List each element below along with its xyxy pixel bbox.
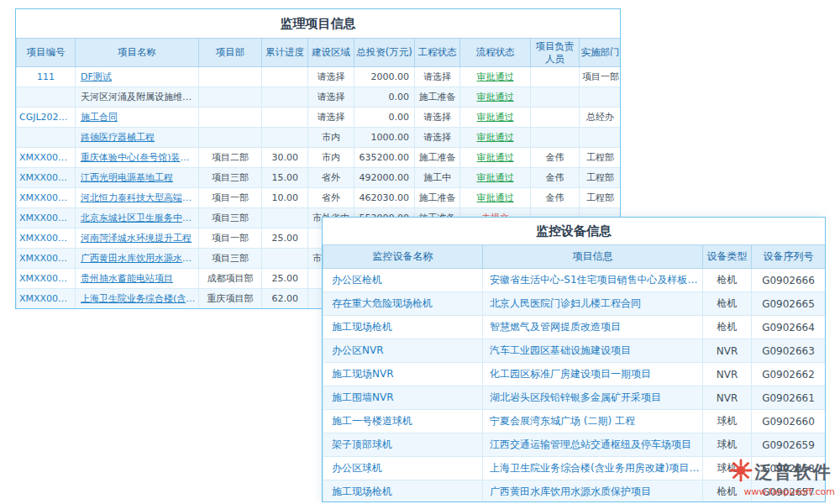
cell-link[interactable]: XMXX00021 [17, 228, 76, 249]
project-window-title: 监理项目信息 [16, 9, 620, 38]
cell-text: 15.00 [262, 168, 308, 188]
cell-text [17, 128, 76, 148]
cell-link[interactable]: 办公区枪机 [323, 269, 483, 292]
table-row: XMXX00025重庆体验中心(叁号馆)装修工程项目二部30.00市内63520… [17, 148, 622, 168]
cell-text: 10.00 [262, 188, 308, 208]
cell-link[interactable]: 施工现场枪机 [323, 316, 483, 339]
cell-text: G0902661 [752, 386, 826, 410]
project_table-column-header-1: 项目名称 [76, 39, 199, 67]
cell-text: 重庆项目部 [199, 289, 262, 309]
cell-link[interactable]: 广西黄田水库饮用水源水质保护项目 [483, 480, 703, 503]
cell-link[interactable]: CGJL202311... [17, 108, 76, 128]
cell-text: 2000.00 [354, 67, 415, 87]
cell-link[interactable]: 存在重大危险现场枪机 [323, 292, 483, 316]
cell-link[interactable]: XMXX00019 [17, 269, 76, 289]
cell-text: NVR [703, 386, 752, 410]
cell-link[interactable]: 111 [17, 67, 76, 87]
cell-text: NVR [703, 363, 752, 386]
cell-link[interactable]: 北京东城社区卫生服务中心建设项... [76, 208, 199, 228]
cell-link[interactable]: 施工合同 [76, 108, 199, 128]
cell-link[interactable]: 重庆体验中心(叁号馆)装修工程 [76, 148, 199, 168]
cell-link[interactable]: 北京人民医院门诊妇儿楼工程合同 [483, 292, 703, 316]
cell-link[interactable]: DF测试 [76, 67, 199, 87]
cell-link[interactable]: 智慧燃气及管网提质改造项目 [483, 316, 703, 339]
table-row: 办公区NVR汽车工业园区基础设施建设项目NVRG0902663 [323, 339, 826, 363]
cell-link[interactable]: 审批通过 [460, 87, 531, 108]
cell-link[interactable]: 施工现场NVR [323, 363, 483, 386]
cell-text: 天河区河涌及附属设施维修养护和... [76, 87, 199, 108]
table-row: 111DF测试请选择2000.00请选择审批通过项目一部 [17, 67, 622, 87]
cell-link[interactable]: 施工一号楼道球机 [323, 410, 483, 433]
cell-text [262, 249, 308, 269]
cell-link[interactable]: 汽车工业园区基础设施建设项目 [483, 339, 703, 363]
watermark-url: www.fanpusoft.com [729, 486, 835, 497]
cell-link[interactable]: XMXX00018 [17, 289, 76, 309]
table-row: 施工一号楼道球机宁夏会展湾东城广场 (二期) 工程球机G0902660 [323, 410, 826, 433]
cell-text: 工程部 [580, 188, 622, 208]
cell-text: 项目二部 [199, 148, 262, 168]
cell-text: 项目一部 [199, 228, 262, 249]
cell-text [262, 108, 308, 128]
cell-link[interactable]: XMXX00020 [17, 249, 76, 269]
cell-link[interactable]: 江西交通运输管理总站交通枢纽及停车场项目 [483, 433, 703, 457]
cell-text: 施工准备 [415, 148, 460, 168]
device_table-column-header-1: 项目信息 [483, 245, 703, 269]
device_table-column-header-3: 设备序列号 [752, 245, 826, 269]
cell-text: 492000.00 [354, 168, 415, 188]
cell-text: 施工准备 [415, 188, 460, 208]
cell-text: 请选择 [308, 87, 354, 108]
cell-text: 462030.00 [354, 188, 415, 208]
cell-text: 金伟 [531, 188, 580, 208]
cell-text: 枪机 [703, 269, 752, 292]
cell-link[interactable]: 广西黄田水库饮用水源水质保护项目 [76, 249, 199, 269]
cell-link[interactable]: 江西光明电源基地工程 [76, 168, 199, 188]
cell-text: 请选择 [415, 67, 460, 87]
cell-text: NVR [703, 339, 752, 363]
cell-link[interactable]: 化工园区标准厂房建设项目一期项目 [483, 363, 703, 386]
cell-text [531, 128, 580, 148]
cell-link[interactable]: 审批通过 [460, 148, 531, 168]
project-header-row: 项目编号项目名称项目部累计进度建设区域总投资(万元)工程状态流程状态项目负责人员… [17, 39, 622, 67]
project_table-column-header-4: 建设区域 [308, 39, 354, 67]
cell-link[interactable]: 架子顶部球机 [323, 433, 483, 457]
table-row: 天河区河涌及附属设施维修养护和...请选择0.00施工准备审批通过 [17, 87, 622, 108]
cell-link[interactable]: 上海卫生院业务综合楼(含业务用... [76, 289, 199, 309]
cell-link[interactable]: 河北恒力泰科技大型高端智能装备... [76, 188, 199, 208]
project_table-column-header-2: 项目部 [199, 39, 262, 67]
cell-text: 市内 [308, 128, 354, 148]
cell-link[interactable]: XMXX00025 [17, 148, 76, 168]
cell-text [199, 128, 262, 148]
cell-link[interactable]: 安徽省生活中心-S1住宅项目销售中心及样板间精装修... [483, 269, 703, 292]
cell-text: 球机 [703, 410, 752, 433]
cell-text: 施工准备 [415, 87, 460, 108]
cell-text: 请选择 [415, 108, 460, 128]
cell-link[interactable]: 审批通过 [460, 168, 531, 188]
cell-text [580, 87, 622, 108]
fanpu-sun-logo-icon [729, 459, 753, 486]
table-row: XMXX00023河北恒力泰科技大型高端智能装备...项目一部10.00省外46… [17, 188, 622, 208]
cell-link[interactable]: 办公区球机 [323, 457, 483, 480]
cell-link[interactable]: 湖北岩头区段铅锌银多金属矿开采项目 [483, 386, 703, 410]
cell-link[interactable]: 河南菏泽城水环境提升工程 [76, 228, 199, 249]
table-row: 办公区枪机安徽省生活中心-S1住宅项目销售中心及样板间精装修...枪机G0902… [323, 269, 826, 292]
cell-link[interactable]: 贵州抽水蓄能电站项目 [76, 269, 199, 289]
cell-text: G0902660 [752, 410, 826, 433]
project_table-column-header-0: 项目编号 [17, 39, 76, 67]
cell-link[interactable]: 审批通过 [460, 188, 531, 208]
device_table-column-header-2: 设备类型 [703, 245, 752, 269]
cell-link[interactable]: 审批通过 [460, 128, 531, 148]
cell-text [262, 67, 308, 87]
cell-link[interactable]: 路德医疗器械工程 [76, 128, 199, 148]
cell-link[interactable]: XMXX00022 [17, 208, 76, 228]
cell-link[interactable]: 施工现场枪机 [323, 480, 483, 503]
cell-link[interactable]: 宁夏会展湾东城广场 (二期) 工程 [483, 410, 703, 433]
cell-link[interactable]: 审批通过 [460, 67, 531, 87]
cell-link[interactable]: 审批通过 [460, 108, 531, 128]
cell-link[interactable]: 上海卫生院业务综合楼(含业务用房改建)项目(集中隔离... [483, 457, 703, 480]
cell-text: 25.00 [262, 228, 308, 249]
cell-link[interactable]: XMXX00024 [17, 168, 76, 188]
cell-link[interactable]: 办公区NVR [323, 339, 483, 363]
cell-link[interactable]: 施工围墙NVR [323, 386, 483, 410]
project_table-column-header-3: 累计进度 [262, 39, 308, 67]
cell-link[interactable]: XMXX00023 [17, 188, 76, 208]
